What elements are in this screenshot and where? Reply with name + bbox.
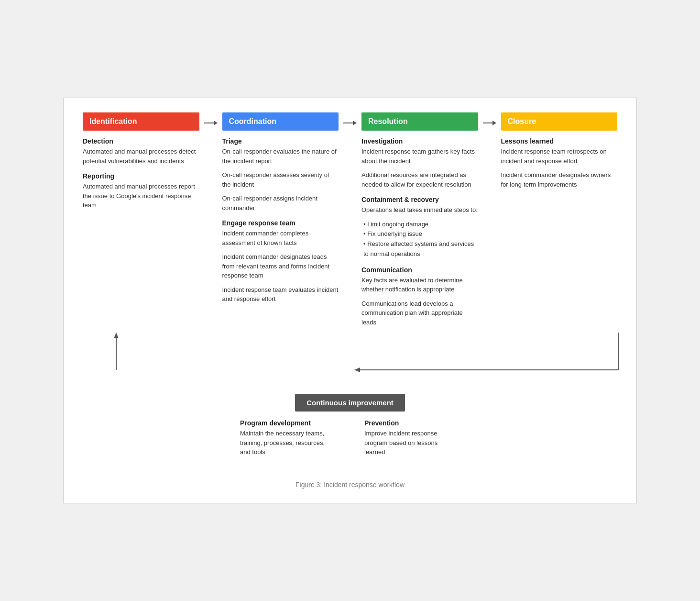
arrow-resolution-closure: [483, 112, 496, 128]
figure-caption: Figure 3: Incident response workflow: [78, 481, 622, 489]
section-text-communication-1: Key facts are evaluated to determine whe…: [361, 276, 478, 294]
section-text-lessons-1: Incident response team retrospects on in…: [501, 147, 618, 166]
bullet-restore: Restore affected systems and services to…: [363, 239, 478, 259]
bullet-limit: Limit ongoing damage: [363, 220, 478, 230]
section-title-reporting: Reporting: [83, 172, 199, 180]
phases-row: Identification Detection Automated and m…: [78, 112, 622, 332]
section-title-detection: Detection: [83, 137, 199, 145]
section-text-engage-1: Incident commander completes assessment …: [222, 229, 339, 247]
ci-program-title: Program development: [240, 419, 336, 427]
section-title-containment: Containment & recovery: [361, 196, 478, 203]
ci-prevention-title: Prevention: [364, 419, 460, 427]
section-title-engage: Engage response team: [222, 219, 339, 227]
ci-header: Continuous improvement: [295, 394, 405, 412]
section-text-triage-3: On-call responder assigns incident comma…: [222, 194, 339, 212]
ci-program-text: Maintain the necessary teams, training, …: [240, 429, 336, 457]
section-text-triage-1: On-call responder evaluates the nature o…: [222, 147, 339, 166]
ci-label: Continuous improvement: [306, 399, 394, 407]
arrow-identification-coordination: [204, 112, 218, 128]
phase-identification: Identification Detection Automated and m…: [78, 112, 204, 215]
svg-marker-1: [214, 121, 218, 125]
ci-program-development: Program development Maintain the necessa…: [240, 419, 336, 462]
phase-header-coordination: Coordination: [222, 112, 339, 131]
ci-prevention-text: Improve incident response program based …: [364, 429, 460, 457]
section-title-investigation: Investigation: [361, 137, 478, 145]
bullet-list-containment: Limit ongoing damage Fix underlying issu…: [361, 220, 478, 259]
loop-spacer: [78, 332, 622, 375]
section-title-triage: Triage: [222, 137, 339, 145]
ci-content: Program development Maintain the necessa…: [240, 419, 460, 462]
loop-area: [78, 332, 622, 375]
section-text-engage-2: Incident commander designates leads from…: [222, 252, 339, 280]
section-text-reporting: Automated and manual processes report th…: [83, 182, 199, 210]
ci-prevention: Prevention Improve incident response pro…: [364, 419, 460, 462]
section-text-triage-2: On-call responder assesses severity of t…: [222, 170, 339, 189]
section-title-communication: Communication: [361, 266, 478, 274]
svg-marker-5: [492, 121, 496, 125]
section-text-engage-3: Incident response team evaluates inciden…: [222, 285, 339, 304]
arrow-coordination-resolution: [343, 112, 357, 128]
phase-resolution: Resolution Investigation Incident respon…: [357, 112, 483, 332]
svg-marker-3: [353, 121, 357, 125]
phase-header-resolution: Resolution: [361, 112, 478, 131]
phase-header-identification: Identification: [83, 112, 199, 131]
section-text-investigation-1: Incident response team gathers key facts…: [361, 147, 478, 166]
phase-coordination: Coordination Triage On-call responder ev…: [218, 112, 344, 309]
ci-section: Continuous improvement Program developme…: [78, 394, 622, 462]
section-text-detection: Automated and manual processes detect po…: [83, 147, 199, 166]
section-text-investigation-2: Additional resources are integrated as n…: [361, 170, 478, 189]
phase-header-closure: Closure: [501, 112, 618, 131]
bullet-fix: Fix underlying issue: [363, 229, 478, 239]
section-text-communication-2: Communications lead develops a communica…: [361, 299, 478, 327]
section-title-lessons: Lessons learned: [501, 137, 618, 145]
section-text-containment-prefix: Operations lead takes immediate steps to…: [361, 205, 478, 215]
phase-closure: Closure Lessons learned Incident respons…: [496, 112, 623, 194]
diagram-container: Identification Detection Automated and m…: [63, 98, 637, 503]
section-text-lessons-2: Incident commander designates owners for…: [501, 170, 618, 189]
